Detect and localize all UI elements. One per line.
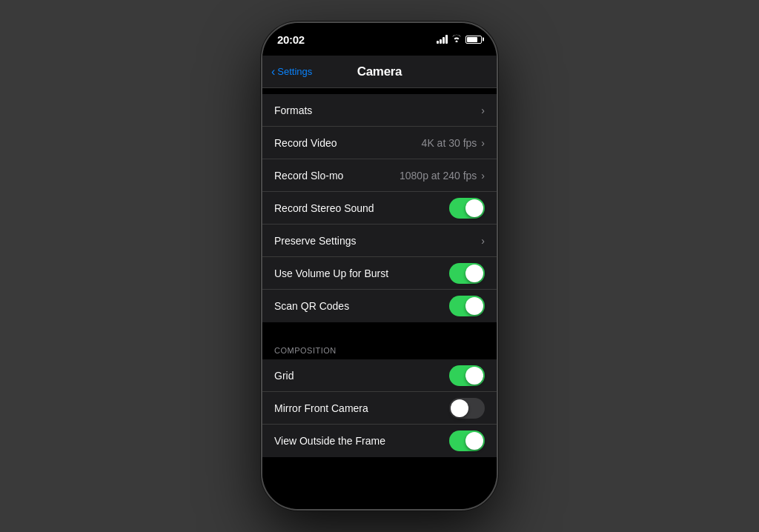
chevron-icon-record-slo-mo: › bbox=[481, 170, 485, 182]
row-value-record-video: 4K at 30 fps bbox=[422, 137, 477, 149]
settings-row-scan-qr-codes[interactable]: Scan QR Codes bbox=[262, 290, 497, 322]
battery-fill bbox=[467, 37, 477, 42]
back-chevron-icon: ‹ bbox=[271, 65, 275, 79]
nav-bar: ‹ Settings Camera bbox=[262, 56, 497, 88]
signal-icon bbox=[437, 35, 448, 44]
row-label-preserve-settings: Preserve Settings bbox=[274, 235, 481, 247]
composition-section-header: COMPOSITION bbox=[262, 334, 497, 359]
toggle-scan-qr-codes[interactable] bbox=[449, 296, 485, 316]
row-label-view-outside-frame: View Outside the Frame bbox=[274, 435, 449, 447]
back-button[interactable]: ‹ Settings bbox=[271, 65, 312, 79]
settings-row-formats[interactable]: Formats › bbox=[262, 94, 497, 127]
toggle-knob bbox=[465, 367, 483, 385]
status-time: 20:02 bbox=[277, 33, 305, 46]
settings-row-view-outside-frame[interactable]: View Outside the Frame bbox=[262, 425, 497, 457]
section-spacer bbox=[262, 328, 497, 334]
toggle-knob bbox=[465, 265, 483, 282]
toggle-use-volume-up[interactable] bbox=[449, 263, 485, 284]
toggle-knob bbox=[451, 399, 468, 417]
toggle-mirror-front-camera[interactable] bbox=[449, 398, 485, 419]
toggle-knob bbox=[465, 199, 483, 217]
main-settings-group: Formats › Record Video 4K at 30 fps › Re… bbox=[262, 94, 497, 322]
back-label: Settings bbox=[277, 66, 312, 77]
settings-row-use-volume-up[interactable]: Use Volume Up for Burst bbox=[262, 257, 497, 290]
battery-icon bbox=[465, 36, 482, 44]
phone-screen: 20:02 ‹ bbox=[262, 23, 497, 509]
settings-row-grid[interactable]: Grid bbox=[262, 359, 497, 392]
row-label-formats: Formats bbox=[274, 104, 481, 116]
row-label-record-video: Record Video bbox=[274, 137, 422, 149]
notch bbox=[331, 23, 428, 44]
status-icons bbox=[437, 34, 482, 44]
row-label-grid: Grid bbox=[274, 370, 449, 382]
chevron-icon-preserve-settings: › bbox=[481, 235, 485, 247]
phone-device: 20:02 ‹ bbox=[261, 21, 498, 511]
settings-row-record-slo-mo[interactable]: Record Slo-mo 1080p at 240 fps › bbox=[262, 159, 497, 192]
settings-row-preserve-settings[interactable]: Preserve Settings › bbox=[262, 225, 497, 257]
composition-settings-group: Grid Mirror Front Camera View Outside th… bbox=[262, 359, 497, 457]
page-title: Camera bbox=[357, 64, 402, 79]
top-spacer bbox=[262, 88, 497, 94]
chevron-icon-record-video: › bbox=[481, 137, 485, 149]
settings-list: Formats › Record Video 4K at 30 fps › Re… bbox=[262, 88, 497, 509]
toggle-knob bbox=[465, 432, 483, 450]
toggle-record-stereo-sound[interactable] bbox=[449, 198, 485, 219]
row-label-scan-qr-codes: Scan QR Codes bbox=[274, 300, 449, 312]
row-label-mirror-front-camera: Mirror Front Camera bbox=[274, 402, 449, 414]
status-bar: 20:02 bbox=[262, 23, 497, 56]
chevron-icon-formats: › bbox=[481, 104, 485, 116]
toggle-grid[interactable] bbox=[449, 365, 485, 386]
wifi-icon bbox=[451, 34, 462, 44]
row-value-record-slo-mo: 1080p at 240 fps bbox=[400, 170, 477, 182]
row-label-record-slo-mo: Record Slo-mo bbox=[274, 170, 400, 182]
settings-row-record-stereo-sound[interactable]: Record Stereo Sound bbox=[262, 192, 497, 225]
settings-row-mirror-front-camera[interactable]: Mirror Front Camera bbox=[262, 392, 497, 425]
row-label-use-volume-up: Use Volume Up for Burst bbox=[274, 267, 449, 279]
settings-row-record-video[interactable]: Record Video 4K at 30 fps › bbox=[262, 127, 497, 159]
toggle-view-outside-frame[interactable] bbox=[449, 430, 485, 451]
toggle-knob bbox=[465, 297, 483, 315]
row-label-record-stereo-sound: Record Stereo Sound bbox=[274, 202, 449, 214]
